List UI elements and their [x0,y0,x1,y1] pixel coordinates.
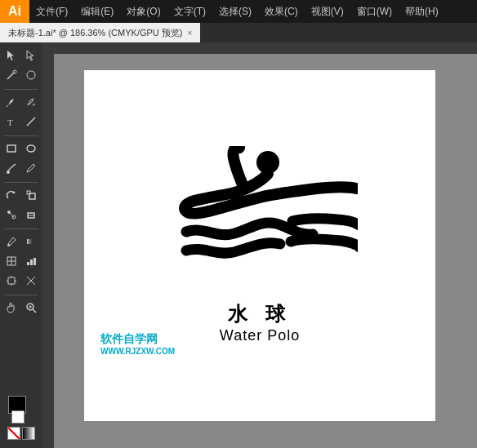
mesh-tool[interactable] [2,251,21,271]
direct-selection-tool[interactable] [21,46,41,65]
menu-bar: 文件(F) 编辑(E) 对象(O) 文字(T) 选择(S) 效果(C) 视图(V… [29,0,477,23]
chart-tool[interactable] [21,251,41,271]
menu-help[interactable]: 帮助(H) [399,0,445,23]
svg-rect-18 [27,239,35,244]
tab-label: 未标题-1.ai* @ 186.36% (CMYK/GPU 预览) [8,27,183,39]
active-tab[interactable]: 未标题-1.ai* @ 186.36% (CMYK/GPU 预览) × [0,23,200,42]
paintbrush-tool[interactable] [2,158,21,178]
svg-point-1 [13,70,16,73]
gradient-swatch[interactable] [22,427,35,440]
tool-group-pen: + T [0,92,42,131]
svg-point-8 [7,171,10,174]
svg-rect-6 [7,145,16,152]
tab-bar: 未标题-1.ai* @ 186.36% (CMYK/GPU 预览) × [0,23,477,42]
blend-tool[interactable] [2,205,21,224]
svg-point-7 [27,145,35,152]
separator-4 [4,228,38,229]
zoom-tool[interactable] [21,298,41,317]
svg-line-14 [9,212,14,217]
swatch-options [7,427,35,440]
line-tool[interactable] [21,112,41,131]
title-bar: Ai 文件(F) 编辑(E) 对象(O) 文字(T) 选择(S) 效果(C) 视… [0,0,477,23]
menu-window[interactable]: 窗口(W) [350,0,399,23]
pen-tool[interactable] [2,92,21,112]
tool-group-misc [0,232,42,291]
ruler-top [42,42,477,54]
type-tool[interactable]: T [2,112,21,131]
separator-3 [4,182,38,183]
add-anchor-tool[interactable]: + [21,92,41,112]
tool-group-transform [0,185,42,224]
left-toolbar: + T [0,42,42,448]
eyedropper-tool[interactable] [2,232,21,251]
svg-rect-22 [27,262,29,265]
menu-edit[interactable]: 编辑(E) [74,0,120,23]
water-polo-icon [162,146,358,293]
sport-labels: 水 球 Water Polo [220,301,300,344]
svg-line-2 [7,105,8,107]
pencil-tool[interactable] [21,158,41,178]
slice-tool[interactable] [21,271,41,291]
menu-effect[interactable]: 效果(C) [258,0,305,23]
hand-tool[interactable] [2,298,21,317]
ruler-left [42,54,54,448]
color-swatches [5,396,38,445]
main-layout: + T [0,42,477,448]
menu-object[interactable]: 对象(O) [120,0,167,23]
menu-select[interactable]: 选择(S) [212,0,258,23]
tool-group-select [0,46,42,85]
artboard: 水 球 Water Polo 软件自学网 WWW.RJZXW.COM [84,70,435,421]
ai-logo: Ai [0,0,29,23]
ellipse-tool[interactable] [21,139,41,158]
separator-2 [4,135,38,136]
menu-text[interactable]: 文字(T) [167,0,212,23]
scale-tool[interactable] [21,185,41,205]
tab-close-button[interactable]: × [188,29,193,38]
watermark-url: WWW.RJZXW.COM [100,347,175,356]
svg-line-33 [33,309,36,313]
separator-1 [4,89,38,90]
lasso-tool[interactable] [21,65,41,85]
separator-5 [4,295,38,295]
menu-view[interactable]: 视图(V) [305,0,350,23]
tool-group-shape [0,139,42,178]
svg-point-17 [7,244,10,246]
svg-line-0 [7,73,14,79]
gradient-tool[interactable] [21,232,41,251]
figure-container: 水 球 Water Polo [162,146,358,344]
svg-line-5 [27,118,35,126]
tool-group-navigate [0,298,42,317]
selection-tool[interactable] [2,46,21,65]
magic-wand-tool[interactable] [2,65,21,85]
svg-rect-25 [8,277,15,284]
watermark: 软件自学网 WWW.RJZXW.COM [100,332,175,356]
svg-rect-23 [30,259,33,265]
chinese-sport-label: 水 球 [228,301,292,327]
none-swatch[interactable] [7,427,20,440]
svg-text:+: + [32,101,36,108]
rectangle-tool[interactable] [2,139,21,158]
eraser-tool[interactable] [21,205,41,224]
menu-file[interactable]: 文件(F) [29,0,74,23]
svg-rect-24 [33,258,36,265]
rotate-tool[interactable] [2,185,21,205]
english-sport-label: Water Polo [220,327,300,344]
artboard-tool[interactable] [2,271,21,291]
watermark-site: 软件自学网 [100,332,175,347]
background-color[interactable] [11,410,25,424]
canvas-area: 水 球 Water Polo 软件自学网 WWW.RJZXW.COM [42,42,477,448]
svg-text:T: T [7,118,13,127]
